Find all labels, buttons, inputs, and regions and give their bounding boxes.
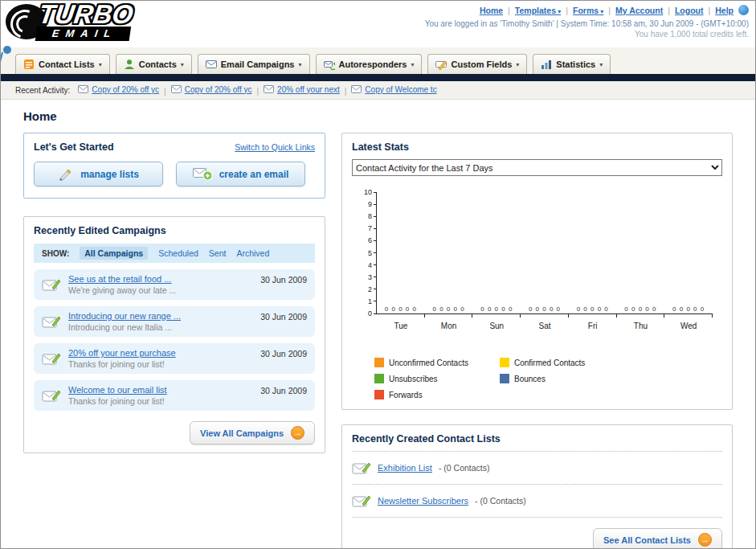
- chevron-down-icon: ▾: [99, 61, 102, 68]
- top-link-forms[interactable]: Forms ▾: [573, 6, 603, 15]
- campaign-text: See us at the retail food ...We're givin…: [68, 274, 176, 295]
- campaign-list-item[interactable]: See us at the retail food ...We're givin…: [34, 269, 315, 300]
- legend-item: Unconfirmed Contacts: [374, 358, 500, 367]
- filter-archived[interactable]: Archived: [236, 248, 269, 258]
- top-link-help[interactable]: Help: [715, 6, 734, 15]
- main-content: Home Let's Get Started Switch to Quick L…: [1, 100, 755, 549]
- tab-contact-lists[interactable]: Contact Lists▾: [15, 54, 110, 74]
- campaign-title-link[interactable]: Introducing our new range ...: [68, 311, 181, 321]
- contact-list-detail: - (0 Contacts): [439, 463, 490, 473]
- autoresponders-icon: [324, 59, 335, 70]
- tab-statistics[interactable]: Statistics▾: [533, 54, 611, 74]
- campaign-title-link[interactable]: Welcome to our email list: [68, 385, 167, 395]
- separator: |: [164, 86, 166, 95]
- custom-fields-icon: [435, 59, 447, 70]
- contact-list-link[interactable]: Newsletter Subscribers: [378, 496, 468, 506]
- top-link-my-account[interactable]: My Account: [615, 6, 663, 15]
- y-tick-label: 9: [368, 200, 372, 208]
- contact-list-item[interactable]: Newsletter Subscribers- (0 Contacts): [352, 491, 722, 510]
- chart-plot-area: 0123456789100 0 0 0 0Tue0 0 0 0 0Mon0 0 …: [376, 192, 713, 314]
- campaign-text: Welcome to our email listThanks for join…: [68, 385, 167, 406]
- tab-label: Email Campaigns: [221, 59, 295, 69]
- contact-activity-select[interactable]: Contact Activity for the Last 7 Days: [352, 159, 722, 176]
- chart-group: 0 0 0 0 0Wed: [664, 192, 713, 313]
- chevron-down-icon: ▾: [516, 61, 519, 68]
- campaign-title-link[interactable]: 20% off your next purchase: [68, 348, 176, 358]
- x-tick-mark: [568, 313, 569, 318]
- chart-group: 0 0 0 0 0Tue: [377, 192, 425, 313]
- x-tick-mark: [712, 313, 713, 318]
- x-tick-mark: [472, 313, 472, 318]
- legend-label: Unsubscribes: [389, 375, 438, 383]
- chevron-down-icon: ▾: [411, 61, 414, 68]
- see-all-contact-lists-button[interactable]: See All Contact Lists →: [593, 528, 722, 549]
- top-link-templates[interactable]: Templates ▾: [515, 6, 561, 15]
- envelope-pencil-icon: [42, 277, 61, 293]
- top-link-logout[interactable]: Logout: [675, 6, 704, 15]
- contact-list-link[interactable]: Exhibition List: [378, 463, 432, 473]
- get-started-panel: Let's Get Started Switch to Quick Links …: [23, 133, 325, 199]
- campaign-title-link[interactable]: See us at the retail food ...: [68, 274, 176, 284]
- envelope-icon: [171, 85, 182, 93]
- switch-to-quick-links-link[interactable]: Switch to Quick Links: [235, 142, 315, 152]
- filter-sent[interactable]: Sent: [209, 248, 227, 258]
- recent-activity-item: Copy of 20% off yc: [78, 85, 159, 94]
- zero-value-labels: 0 0 0 0 0: [617, 305, 665, 313]
- filter-all-campaigns[interactable]: All Campaigns: [80, 247, 148, 260]
- view-all-campaigns-button[interactable]: View All Campaigns →: [190, 421, 315, 445]
- recent-activity-link[interactable]: Copy of 20% off yc: [92, 85, 159, 94]
- tab-autoresponders[interactable]: Autoresponders▾: [316, 54, 423, 74]
- tab-email-campaigns[interactable]: Email Campaigns▾: [198, 54, 310, 74]
- recent-activity-link[interactable]: 20% off your next: [277, 85, 340, 94]
- recent-activity-link[interactable]: Copy of 20% off yc: [185, 85, 252, 94]
- separator: |: [256, 86, 259, 95]
- x-tick-label: Sun: [472, 322, 521, 330]
- separator: |: [345, 86, 347, 95]
- manage-lists-button[interactable]: manage lists: [34, 162, 163, 186]
- logo-text: TURBO EMAIL: [35, 2, 135, 41]
- tab-label: Contacts: [139, 59, 177, 69]
- recent-activity-link[interactable]: Copy of Welcome tc: [365, 85, 436, 94]
- envelope-icon: [78, 85, 88, 93]
- filter-scheduled[interactable]: Scheduled: [158, 248, 198, 258]
- campaign-list-item[interactable]: 20% off your next purchaseThanks for joi…: [34, 343, 315, 374]
- chart-group: 0 0 0 0 0Mon: [425, 192, 473, 313]
- top-link-home[interactable]: Home: [480, 6, 503, 15]
- header: TURBO EMAIL Home|Templates ▾|Forms ▾|My …: [1, 1, 755, 47]
- chart-group: 0 0 0 0 0Sat: [521, 192, 569, 313]
- get-started-title: Let's Get Started: [34, 141, 114, 153]
- login-info-text: You are logged in as 'Timothy Smith' | S…: [425, 19, 749, 28]
- separator: |: [608, 6, 611, 15]
- campaign-list-item[interactable]: Introducing our new range ...Introducing…: [34, 306, 315, 337]
- y-tick-label: 5: [368, 249, 372, 257]
- legend-swatch: [374, 358, 384, 367]
- tab-contacts[interactable]: Contacts▾: [116, 54, 192, 74]
- envelope-icon: [351, 85, 362, 93]
- help-bubble-icon[interactable]: [738, 5, 749, 15]
- recently-edited-campaigns-panel: Recently Edited Campaigns SHOW: All Camp…: [23, 216, 325, 453]
- chart-group: 0 0 0 0 0Fri: [569, 192, 617, 313]
- create-an-email-button[interactable]: create an email: [176, 162, 305, 186]
- campaign-list-item[interactable]: Welcome to our email listThanks for join…: [34, 380, 315, 411]
- legend-swatch: [500, 374, 509, 383]
- contact-list-detail: - (0 Contacts): [475, 496, 526, 506]
- app-logo: TURBO EMAIL: [6, 2, 132, 41]
- statistics-icon: [541, 59, 552, 70]
- campaign-date: 30 Jun 2009: [260, 386, 307, 395]
- campaign-date: 30 Jun 2009: [260, 349, 307, 358]
- latest-stats-panel: Latest Stats Contact Activity for the La…: [341, 133, 733, 410]
- contact-list-item[interactable]: Exhibition List- (0 Contacts): [352, 458, 722, 477]
- campaign-items-list: See us at the retail food ...We're givin…: [34, 269, 315, 411]
- zero-value-labels: 0 0 0 0 0: [521, 305, 569, 313]
- zero-value-labels: 0 0 0 0 0: [664, 305, 713, 313]
- see-all-contact-lists-label: See All Contact Lists: [603, 535, 691, 545]
- create-an-email-label: create an email: [219, 169, 289, 180]
- contact-lists-items: Exhibition List- (0 Contacts)Newsletter …: [352, 451, 722, 518]
- logo-title: TURBO: [37, 2, 135, 27]
- envelope-pencil-icon: [42, 350, 61, 367]
- envelope-pencil-icon: [42, 387, 61, 404]
- campaigns-filter-bar: SHOW: All CampaignsScheduledSentArchived: [34, 244, 315, 263]
- tab-custom-fields[interactable]: Custom Fields▾: [427, 54, 527, 74]
- chart-group: 0 0 0 0 0Thu: [617, 192, 665, 313]
- zero-value-labels: 0 0 0 0 0: [425, 305, 473, 313]
